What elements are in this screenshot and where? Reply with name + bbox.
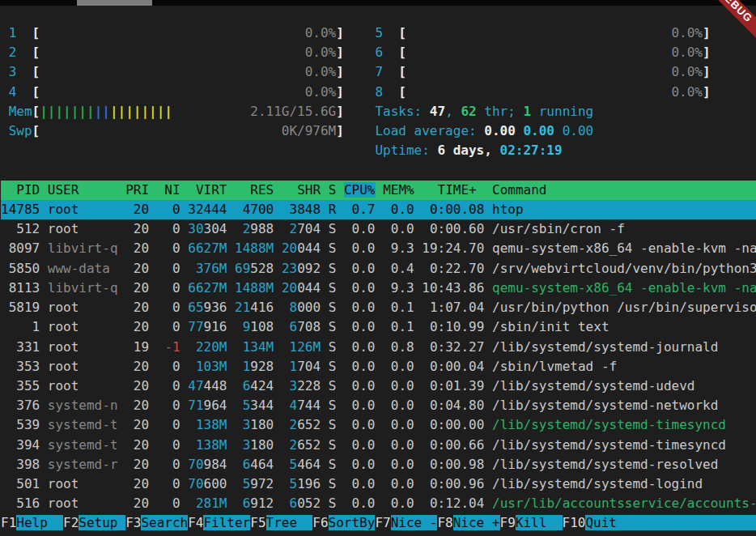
col-command[interactable]: Command <box>492 182 703 198</box>
col-pri[interactable]: PRI <box>125 182 149 198</box>
col-pid[interactable]: PID <box>1 182 40 198</box>
col-time[interactable]: TIME+ <box>438 182 477 198</box>
fbtn-nice[interactable]: Nice - <box>391 515 438 530</box>
fbtn-setup[interactable]: Setup <box>79 515 125 530</box>
cell-virt: 103M <box>188 359 227 374</box>
col-shr[interactable]: SHR <box>282 182 321 198</box>
fkey-kill[interactable]: F9 <box>500 515 516 530</box>
fbtn-nice[interactable]: Nice + <box>453 515 500 530</box>
cell-shr: 6 <box>282 496 297 511</box>
fbtn-filter[interactable]: Filter <box>203 515 250 530</box>
process-row[interactable]: 353 root 20 0 103M 1928 1704 S 0.0 0.0 0… <box>1 357 756 376</box>
cell-time: 0:32.27 <box>422 339 484 355</box>
fkey-sortby[interactable]: F6 <box>312 515 328 530</box>
fkey-search[interactable]: F3 <box>125 515 141 530</box>
process-row[interactable]: 8113 libvirt-q 20 0 6627M 1488M 20044 S … <box>1 279 756 298</box>
cell-cpu: 0.0 <box>344 417 376 432</box>
cell-pri: 20 <box>125 221 149 236</box>
process-row[interactable]: 398 systemd-r 20 0 70984 6464 5464 S 0.0… <box>1 455 756 474</box>
cpu2-meter-value: 0.0% <box>305 45 337 60</box>
process-row[interactable]: 1 root 20 0 77916 9108 6708 S 0.0 0.1 0:… <box>1 317 756 337</box>
cell-user: systemd-t <box>48 417 118 432</box>
cell-ni: 0 <box>157 319 181 334</box>
tab-indicator[interactable] <box>77 0 152 6</box>
cpu5-meter-value: 0.0% <box>671 25 703 40</box>
fkey-nice[interactable]: F7 <box>375 515 390 530</box>
cell-res: 180 <box>250 417 274 432</box>
cell-pri: 20 <box>125 359 149 374</box>
fbtn-kill[interactable]: Kill <box>516 515 563 530</box>
process-row[interactable]: 394 systemd-t 20 0 138M 3180 2652 S 0.0 … <box>1 436 756 455</box>
col-ni[interactable]: NI <box>157 182 181 198</box>
process-row[interactable]: 376 systemd-n 20 0 71964 5344 4744 S 0.0… <box>1 396 756 415</box>
cell-cpu: 0.0 <box>344 280 376 296</box>
cpu3-meter-open: [ <box>32 64 40 79</box>
cell-cpu: 0.0 <box>344 300 376 315</box>
process-row[interactable]: 14785 root 20 0 32444 4700 3848 R 0.7 0.… <box>1 200 756 219</box>
cell-state: S <box>329 417 337 432</box>
cell-virt: 964 <box>204 398 227 413</box>
fkey-help[interactable]: F1 <box>1 515 16 530</box>
col-virt[interactable]: VIRT <box>188 182 227 198</box>
cell-shr: 2 <box>282 437 297 453</box>
cell-res: 3 <box>235 437 250 453</box>
col-res[interactable]: RES <box>235 182 274 198</box>
cell-virt: 138M <box>188 417 227 432</box>
process-row[interactable]: 8097 libvirt-q 20 0 6627M 1488M 20044 S … <box>1 239 756 258</box>
fbtn-help[interactable]: Help <box>16 515 63 530</box>
cell-ni: 0 <box>157 261 181 276</box>
cell-time: 0:00.04 <box>422 359 484 374</box>
cell-mem: 0.0 <box>383 496 414 511</box>
col-user[interactable]: USER <box>48 182 118 198</box>
process-row[interactable]: 5850 www-data 20 0 376M 69528 23092 S 0.… <box>1 259 756 279</box>
cpu5-meter-open: [ <box>398 25 406 40</box>
cpu1-meter-value: 0.0% <box>305 25 337 40</box>
cell-pid: 539 <box>1 417 40 432</box>
cell-user: systemd-n <box>48 398 118 413</box>
col-mem[interactable]: MEM% <box>383 182 414 198</box>
cell-pid: 8113 <box>1 280 40 296</box>
cell-mem: 0.0 <box>383 221 414 236</box>
fbtn-search[interactable]: Search <box>141 515 188 530</box>
col-cpu-sort[interactable]: CPU% <box>344 182 376 198</box>
cell-state: S <box>329 378 337 393</box>
fbtn-quit[interactable]: Quit <box>585 515 632 530</box>
cell-command: /usr/bin/python /usr/bin/superviso <box>492 300 756 315</box>
cell-shr: 704 <box>297 359 321 374</box>
fkey-quit[interactable]: F10 <box>563 515 586 530</box>
cell-time: 0:12.04 <box>422 496 484 511</box>
cell-pid: 501 <box>1 476 40 491</box>
swap-label: Swp <box>9 123 32 138</box>
cell-state: S <box>329 496 337 511</box>
cell-command: qemu-system-x86_64 -enable-kvm -na <box>492 240 756 256</box>
cell-pri: 20 <box>125 496 149 511</box>
fkey-nice[interactable]: F8 <box>437 515 452 530</box>
cell-shr: 20 <box>282 240 297 256</box>
process-row[interactable]: 5819 root 20 0 65936 21416 8000 S 0.0 0.… <box>1 298 756 317</box>
cell-state: S <box>329 280 337 296</box>
process-row[interactable]: 501 root 20 0 70600 5972 5196 S 0.0 0.0 … <box>1 474 756 494</box>
cell-user: root <box>48 496 118 511</box>
cell-pid: 1 <box>1 319 40 334</box>
fbtn-sortby[interactable]: SortBy <box>329 515 376 530</box>
cell-mem: 0.0 <box>383 417 414 432</box>
fkey-setup[interactable]: F2 <box>63 515 79 530</box>
load-1min: 0.00 <box>484 123 516 138</box>
cell-shr: 3 <box>282 202 297 217</box>
cell-virt: 600 <box>204 476 227 491</box>
process-row[interactable]: 512 root 20 0 30304 2988 2704 S 0.0 0.0 … <box>1 219 756 239</box>
threads-count: 62 <box>461 104 476 119</box>
cell-pid: 394 <box>1 437 40 453</box>
fkey-filter[interactable]: F4 <box>188 515 203 530</box>
cell-ni: 0 <box>157 437 181 453</box>
fbtn-tree[interactable]: Tree <box>266 515 313 530</box>
cell-state: S <box>329 240 337 256</box>
process-row[interactable]: 331 root 19 -1 220M 134M 126M S 0.0 0.8 … <box>1 338 756 357</box>
col-state[interactable]: S <box>329 182 337 198</box>
cell-pri: 20 <box>125 476 149 491</box>
process-row[interactable]: 516 root 20 0 281M 6912 6052 S 0.0 0.0 0… <box>1 494 756 513</box>
process-row[interactable]: 539 systemd-t 20 0 138M 3180 2652 S 0.0 … <box>1 415 756 435</box>
fkey-tree[interactable]: F5 <box>250 515 265 530</box>
process-row[interactable]: 355 root 20 0 47448 6424 3228 S 0.0 0.0 … <box>1 376 756 396</box>
cell-shr: 652 <box>297 437 321 453</box>
